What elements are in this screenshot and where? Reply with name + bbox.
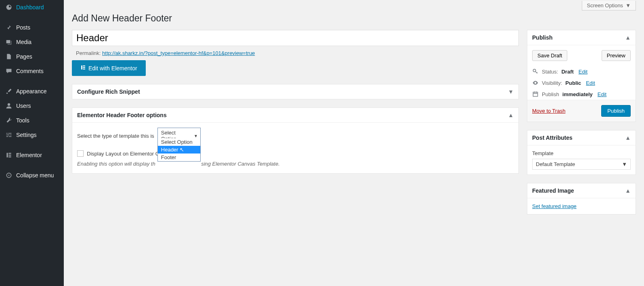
preview-button[interactable]: Preview [602, 50, 631, 61]
publish-status-row: Status: Draft Edit [527, 66, 636, 77]
key-icon [532, 68, 539, 75]
permalink-row: Permalink: http://ak.sharkz.in/?post_typ… [72, 46, 519, 60]
sidebar-item-tools[interactable]: Tools [0, 113, 64, 128]
post-attributes-title: Post Attributes [532, 135, 573, 141]
sidebar-item-pages[interactable]: Pages [0, 49, 64, 64]
template-type-option-header[interactable]: Header↖ [158, 146, 200, 154]
publish-button[interactable]: Publish [601, 105, 631, 117]
editor-side-column: Publish ▲ Save Draft Preview Status: Dra… [527, 30, 636, 223]
svg-rect-3 [8, 153, 11, 154]
sidebar-label: Collapse menu [16, 172, 54, 179]
post-attributes-header[interactable]: Post Attributes ▲ [527, 130, 636, 145]
status-value: Draft [561, 69, 573, 75]
rich-snippet-title: Configure Rich Snippet [77, 88, 140, 95]
sidebar-label: Pages [16, 53, 32, 60]
sidebar-item-users[interactable]: Users [0, 99, 64, 113]
edit-with-elementor-button[interactable]: Edit with Elementor [72, 60, 146, 76]
edit-with-elementor-label: Edit with Elementor [88, 65, 137, 72]
display-layout-hint: Enabling this option will display the la… [77, 161, 514, 167]
sidebar-label: Tools [16, 117, 29, 124]
publish-box-title: Publish [532, 34, 553, 41]
svg-rect-7 [81, 65, 82, 69]
comment-icon [5, 67, 13, 75]
elementor-icon [80, 65, 86, 72]
sidebar-label: Appearance [16, 88, 47, 95]
save-draft-button[interactable]: Save Draft [532, 50, 567, 61]
visibility-value: Public [565, 80, 581, 86]
sidebar-item-collapse[interactable]: Collapse menu [0, 168, 64, 183]
publish-schedule-row: Publish immediately Edit [527, 88, 636, 100]
sidebar-item-posts[interactable]: Posts [0, 20, 64, 35]
display-layout-checkbox[interactable] [77, 150, 84, 157]
screen-options-toggle[interactable]: Screen Options ▼ [582, 1, 636, 11]
admin-sidebar: Dashboard Posts Media Pages Comments App… [0, 0, 64, 231]
screen-options-label: Screen Options [587, 2, 623, 8]
chevron-down-icon: ▼ [625, 2, 631, 8]
sidebar-item-dashboard[interactable]: Dashboard [0, 0, 64, 15]
svg-rect-8 [83, 65, 85, 66]
post-attributes-body: Template Default Template ▼ [527, 145, 636, 175]
template-type-row: Select the type of template this is Sele… [77, 128, 514, 144]
svg-rect-0 [6, 40, 10, 43]
sidebar-label: Comments [16, 68, 44, 74]
main-content: Screen Options ▼ Add New Header Footer P… [64, 1, 644, 231]
permalink-link[interactable]: http://ak.sharkz.in/?post_type=elementor… [102, 50, 255, 56]
schedule-value: immediately [562, 91, 593, 97]
svg-rect-2 [6, 153, 8, 157]
display-layout-row: Display Layout on Elementor C [77, 150, 514, 157]
chevron-down-icon: ▼ [194, 134, 198, 138]
featured-image-box: Featured Image ▲ Set featured image [527, 183, 636, 214]
rich-snippet-header[interactable]: Configure Rich Snippet ▼ [72, 84, 518, 99]
visibility-edit-link[interactable]: Edit [586, 80, 595, 86]
template-type-dropdown: Select Option Header↖ Footer [157, 138, 201, 162]
editor-main-column: Permalink: http://ak.sharkz.in/?post_typ… [72, 30, 519, 223]
brush-icon [5, 87, 13, 95]
svg-point-11 [533, 69, 535, 72]
publish-box-header[interactable]: Publish ▲ [527, 30, 636, 45]
svg-rect-10 [83, 69, 85, 69]
template-type-option-footer[interactable]: Footer [158, 154, 200, 161]
publish-box: Publish ▲ Save Draft Preview Status: Dra… [527, 30, 636, 122]
post-attributes-box: Post Attributes ▲ Template Default Templ… [527, 130, 636, 175]
move-to-trash-link[interactable]: Move to Trash [532, 108, 565, 114]
sidebar-item-settings[interactable]: Settings [0, 128, 64, 142]
screen-options-wrap: Screen Options ▼ [72, 1, 636, 11]
template-label: Template [532, 150, 631, 156]
svg-rect-4 [8, 155, 11, 156]
template-type-select-wrap: Select Option ▼ Select Option Header↖ Fo… [157, 128, 201, 144]
chevron-up-icon: ▲ [625, 135, 631, 141]
cursor-icon: ↖ [180, 147, 184, 153]
publish-footer: Move to Trash Publish [527, 100, 636, 122]
featured-image-body: Set featured image [527, 198, 636, 214]
rich-snippet-metabox: Configure Rich Snippet ▼ [72, 84, 519, 99]
svg-rect-9 [83, 67, 85, 68]
sidebar-label: Users [16, 103, 31, 109]
sidebar-label: Settings [16, 132, 37, 138]
sidebar-item-appearance[interactable]: Appearance [0, 84, 64, 99]
set-featured-image-link[interactable]: Set featured image [532, 203, 577, 209]
chevron-up-icon: ▲ [508, 112, 514, 118]
template-select[interactable]: Default Template ▼ [532, 159, 631, 170]
post-title-input[interactable] [72, 30, 519, 46]
featured-image-header[interactable]: Featured Image ▲ [527, 183, 636, 198]
sidebar-item-media[interactable]: Media [0, 35, 64, 49]
sidebar-item-comments[interactable]: Comments [0, 64, 64, 78]
template-type-option-select[interactable]: Select Option [158, 138, 200, 146]
hf-options-body: Select the type of template this is Sele… [72, 123, 518, 173]
status-edit-link[interactable]: Edit [579, 69, 587, 75]
wrench-icon [5, 116, 13, 124]
sidebar-label: Elementor [16, 152, 42, 158]
page-title: Add New Header Footer [72, 13, 636, 24]
sidebar-label: Posts [16, 24, 30, 31]
chevron-down-icon: ▼ [508, 88, 514, 95]
dashboard-icon [5, 3, 13, 11]
template-select-value: Default Template [536, 161, 575, 167]
hf-options-header[interactable]: Elementor Header Footer options ▲ [72, 108, 518, 123]
publish-actions-top: Save Draft Preview [527, 45, 636, 66]
display-layout-label: Display Layout on Elementor C [87, 151, 159, 157]
schedule-edit-link[interactable]: Edit [598, 91, 606, 97]
publish-visibility-row: Visibility: Public Edit [527, 77, 636, 88]
sidebar-item-elementor[interactable]: Elementor [0, 148, 64, 162]
pin-icon [5, 23, 13, 32]
hf-options-metabox: Elementor Header Footer options ▲ Select… [72, 107, 519, 174]
